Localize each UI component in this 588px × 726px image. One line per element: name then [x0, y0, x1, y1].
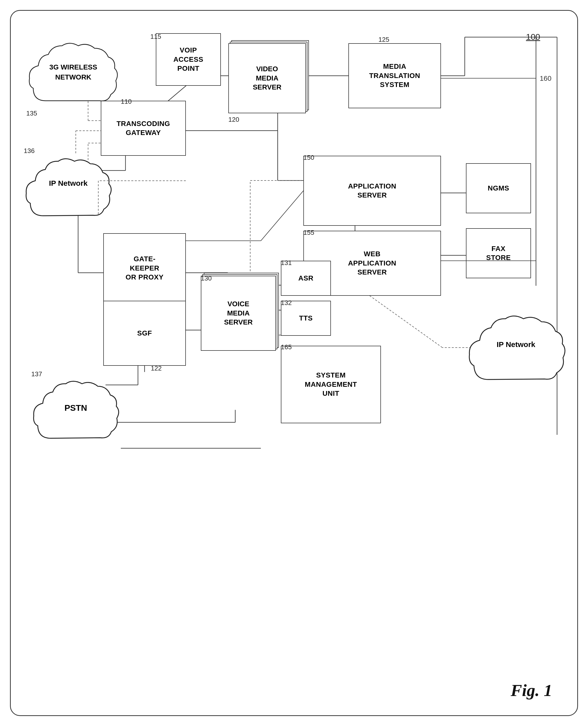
ref-131: 131	[281, 259, 292, 267]
application-server-box: APPLICATIONSERVER	[303, 156, 441, 226]
ref-136: 136	[24, 147, 35, 155]
ref-135: 135	[26, 109, 37, 117]
ref-122: 122	[151, 364, 162, 372]
sgf-box: SGF	[103, 301, 186, 366]
ref-120: 120	[228, 116, 239, 124]
ip-network-right-cloud: IP Network	[466, 306, 566, 388]
pstn-cloud: PSTN	[31, 371, 121, 448]
svg-line-50	[261, 191, 303, 241]
ref-130: 130	[201, 275, 212, 282]
svg-text:PSTN: PSTN	[65, 403, 87, 412]
voice-media-server-stack: VOICEMEDIASERVER	[201, 276, 276, 351]
fax-store-box: FAXSTORE	[466, 228, 531, 278]
ref-125: 125	[378, 36, 389, 43]
gatekeeper-box: GATE-KEEPEROR PROXY	[103, 233, 186, 303]
system-mgmt-box: SYSTEMMANAGEMENTUNIT	[281, 346, 381, 423]
ref-150: 150	[303, 154, 314, 162]
svg-text:3G WIRELESS: 3G WIRELESS	[49, 63, 97, 71]
svg-text:160: 160	[540, 74, 551, 82]
ref-132: 132	[281, 299, 292, 307]
ref-165: 165	[281, 343, 292, 351]
ref-100: 100	[526, 32, 540, 42]
ref-115: 115	[150, 33, 161, 41]
svg-text:NETWORK: NETWORK	[55, 73, 91, 81]
ref-110: 110	[121, 98, 131, 106]
ref-155: 155	[303, 229, 314, 236]
ip-network-136-cloud: IP Network	[23, 148, 113, 226]
diagram-container: 3G WIRELESS NETWORK 135 VOIPACCESSPOINT …	[10, 10, 578, 716]
3g-wireless-network-cloud: 3G WIRELESS NETWORK	[26, 31, 121, 111]
video-media-server-stack: VIDEOMEDIASERVER	[228, 43, 306, 113]
fig-label: Fig. 1	[511, 681, 552, 700]
transcoding-gateway-box: TRANSCODINGGATEWAY	[101, 101, 186, 156]
ngms-box: NGMS	[466, 163, 531, 213]
voip-access-point-box: VOIPACCESSPOINT	[156, 33, 221, 86]
svg-text:IP Network: IP Network	[497, 340, 536, 348]
ref-137: 137	[31, 370, 42, 378]
media-translation-box: MEDIATRANSLATIONSYSTEM	[349, 43, 441, 108]
svg-text:IP Network: IP Network	[49, 179, 88, 187]
